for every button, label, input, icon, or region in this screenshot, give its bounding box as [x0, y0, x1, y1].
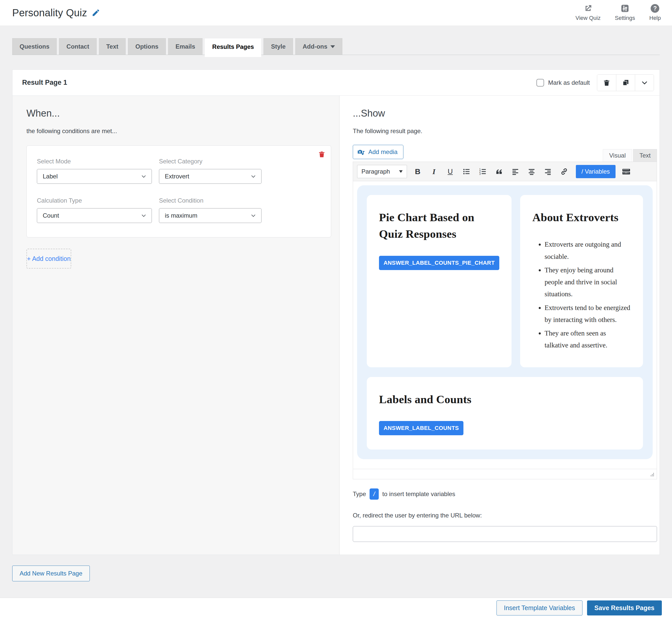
- align-right-icon: [544, 168, 552, 175]
- tab-add-ons[interactable]: Add-ons: [295, 38, 343, 55]
- calculation-type-dropdown[interactable]: Count: [37, 208, 152, 223]
- list-item: Extroverts are outgoing and sociable.: [545, 238, 631, 263]
- link-button[interactable]: [559, 166, 570, 178]
- show-section: ...Show The following result page. Add m…: [340, 96, 660, 554]
- select-category-dropdown[interactable]: Extrovert: [159, 169, 261, 184]
- link-icon: [560, 168, 568, 176]
- align-left-button[interactable]: [510, 166, 521, 178]
- align-center-button[interactable]: [526, 166, 537, 178]
- result-content-wrapper: Pie Chart Based on Quiz Responses ANSWER…: [357, 185, 653, 459]
- labels-counts-title: Labels and Counts: [379, 391, 631, 408]
- blockquote-icon: [495, 168, 503, 176]
- result-page-actions: [597, 74, 654, 91]
- about-extroverts-title: About Extroverts: [532, 209, 631, 226]
- save-results-pages-button[interactable]: Save Results Pages: [587, 600, 662, 615]
- settings-sliders-icon: [621, 4, 629, 13]
- copy-icon: [622, 79, 629, 86]
- numbered-list-button[interactable]: 123: [477, 166, 488, 178]
- help-icon: ?: [651, 4, 659, 13]
- settings-button[interactable]: Settings: [615, 4, 635, 21]
- dropdown-arrow-icon: [399, 170, 403, 173]
- editor-tab-visual[interactable]: Visual: [603, 149, 632, 162]
- tab-results-pages[interactable]: Results Pages: [205, 38, 261, 57]
- when-section: When... the following conditions are met…: [12, 96, 340, 554]
- blockquote-button[interactable]: [494, 166, 505, 178]
- edit-title-icon[interactable]: [92, 8, 100, 17]
- field-select-mode: Select Mode Label: [37, 158, 152, 184]
- external-link-icon: [584, 4, 592, 13]
- add-new-results-page-button[interactable]: Add New Results Page: [12, 565, 90, 581]
- paragraph-format-dropdown[interactable]: Paragraph: [357, 165, 407, 178]
- numbered-list-icon: 123: [479, 168, 487, 175]
- editor-resize-handle[interactable]: [650, 473, 655, 478]
- chevron-down-icon: [251, 213, 256, 218]
- align-center-icon: [528, 168, 535, 175]
- collapse-page-button[interactable]: [635, 75, 654, 91]
- add-condition-button[interactable]: + Add condition: [26, 249, 71, 269]
- labels-counts-card: Labels and Counts ANSWER_LABEL_COUNTS: [367, 377, 643, 449]
- about-extroverts-list: Extroverts are outgoing and sociable. Th…: [534, 238, 631, 351]
- select-condition-dropdown[interactable]: is maximum: [159, 208, 261, 223]
- tab-questions[interactable]: Questions: [12, 38, 57, 55]
- media-icon: [357, 148, 365, 156]
- bullet-list-icon: [463, 168, 470, 175]
- variables-button[interactable]: / Variables: [576, 165, 616, 178]
- duplicate-page-button[interactable]: [616, 75, 635, 91]
- pie-chart-card-title: Pie Chart Based on Quiz Responses: [379, 209, 499, 242]
- mark-as-default[interactable]: Mark as default: [536, 79, 590, 87]
- mark-as-default-checkbox[interactable]: [536, 79, 544, 87]
- field-calculation-type: Calculation Type Count: [37, 197, 152, 223]
- result-page-panel: Result Page 1 Mark as default: [12, 70, 660, 555]
- show-subheading: The following result page.: [353, 127, 657, 135]
- result-page-header: Result Page 1 Mark as default: [12, 70, 660, 96]
- list-item: They are often seen as talkative and ass…: [545, 327, 631, 351]
- select-mode-dropdown[interactable]: Label: [37, 169, 152, 184]
- template-variable-hint: Type / to insert template variables: [353, 489, 657, 500]
- align-left-icon: [512, 168, 519, 175]
- delete-condition-button[interactable]: [318, 151, 325, 158]
- align-right-button[interactable]: [542, 166, 553, 178]
- pie-chart-card: Pie Chart Based on Quiz Responses ANSWER…: [367, 195, 512, 367]
- editor-statusbar: [353, 469, 657, 479]
- chevron-down-icon: [641, 79, 648, 86]
- list-item: They enjoy being around people and thriv…: [545, 264, 631, 300]
- chevron-down-icon: [141, 174, 146, 179]
- slash-key-badge: /: [370, 489, 379, 500]
- italic-button[interactable]: I: [428, 166, 439, 178]
- underline-button[interactable]: U: [445, 166, 456, 178]
- admin-body: Questions Contact Text Options Emails Re…: [0, 25, 672, 581]
- chevron-down-icon: [330, 45, 335, 48]
- tab-text[interactable]: Text: [99, 38, 126, 55]
- wysiwyg-editor: Paragraph B I U 123: [353, 162, 657, 479]
- insert-template-variables-button[interactable]: Insert Template Variables: [497, 600, 582, 615]
- list-item: Extroverts tend to be energized by inter…: [545, 302, 631, 326]
- when-subheading: the following conditions are met...: [26, 127, 331, 135]
- result-page-title: Result Page 1: [22, 79, 67, 87]
- redirect-url-label: Or, redirect the user by entering the UR…: [353, 512, 657, 519]
- help-button[interactable]: ? Help: [649, 4, 661, 21]
- page-title: Personality Quiz: [12, 7, 87, 19]
- bold-button[interactable]: B: [412, 166, 423, 178]
- tab-emails[interactable]: Emails: [168, 38, 203, 55]
- redirect-url-input[interactable]: [353, 526, 657, 542]
- show-heading: ...Show: [353, 108, 657, 119]
- keyboard-icon: [622, 167, 631, 176]
- editor-tab-text[interactable]: Text: [633, 149, 657, 162]
- editor-body[interactable]: Pie Chart Based on Quiz Responses ANSWER…: [353, 181, 657, 469]
- delete-page-button[interactable]: [597, 75, 616, 91]
- editor-mode-tabs: Visual Text: [603, 149, 657, 162]
- labels-counts-variable-badge: ANSWER_LABEL_COUNTS: [379, 421, 463, 435]
- about-extroverts-card: About Extroverts Extroverts are outgoing…: [520, 195, 643, 367]
- keyboard-button[interactable]: [621, 166, 632, 178]
- tab-style[interactable]: Style: [264, 38, 293, 55]
- chevron-down-icon: [141, 213, 146, 218]
- tab-options[interactable]: Options: [128, 38, 166, 55]
- tab-contact[interactable]: Contact: [59, 38, 96, 55]
- pie-chart-variable-badge: ANSWER_LABEL_COUNTS_PIE_CHART: [379, 256, 499, 270]
- add-media-button[interactable]: Add media: [353, 145, 403, 159]
- bullet-list-button[interactable]: [461, 166, 472, 178]
- svg-text:3: 3: [479, 172, 481, 175]
- footer-action-bar: Insert Template Variables Save Results P…: [0, 598, 672, 618]
- view-quiz-button[interactable]: View Quiz: [576, 4, 601, 21]
- chevron-down-icon: [251, 174, 256, 179]
